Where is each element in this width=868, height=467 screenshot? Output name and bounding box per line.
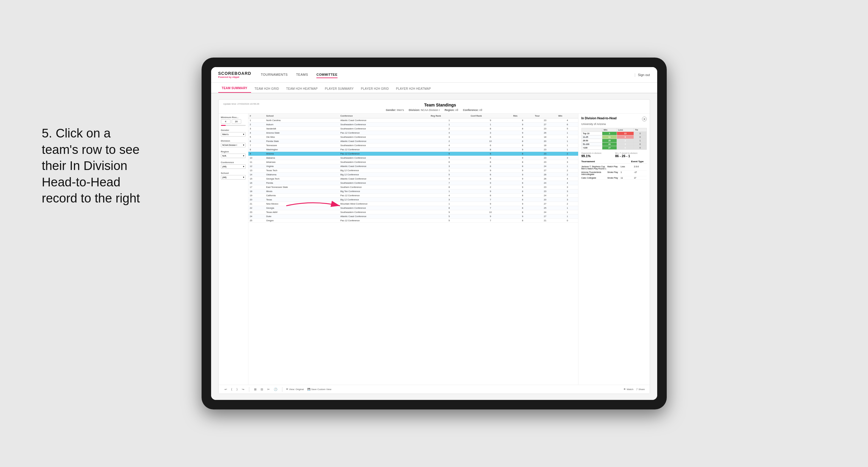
tournament-row: Cabo Collegiate Stroke Play 11 17: [582, 176, 647, 180]
division-label: Division: NCAA Division I: [409, 108, 440, 112]
logo-area: SCOREBOARD Powered by clippd: [218, 71, 251, 79]
filter-region: Region N/A ▾: [221, 150, 246, 158]
toolbar-divider-1: [249, 387, 249, 392]
h2h-range-row: Top 10 3 13 0: [582, 132, 647, 135]
table-row[interactable]: 10 Alabama Southeastern Conference 5 8 9…: [248, 156, 578, 160]
h2h-loss-header: Loss: [617, 128, 634, 132]
tournament-row: Arizona Thunderbirds Intercollegiate Str…: [582, 170, 647, 176]
h2h-opponents-stat: Opponents in division: 99.1%: [582, 152, 613, 158]
h2h-record-stat: W-L-T record in-division: 86 - 26 - 1: [615, 152, 647, 158]
division-select[interactable]: NCAA Division I ▾: [221, 143, 246, 147]
region-select[interactable]: N/A ▾: [221, 154, 246, 158]
region-label: Region: All: [444, 108, 458, 112]
update-time: Update time: 27/03/2024 16:56:26: [223, 102, 259, 105]
logo-subtitle: Powered by clippd: [218, 76, 251, 79]
table-row[interactable]: 3 Vanderbilt Southeastern Conference 2 8…: [248, 127, 578, 131]
table-row[interactable]: 1 North Carolina Atlantic Coast Conferen…: [248, 118, 578, 123]
h2h-range-row: 11-25 11 8 0: [582, 135, 647, 139]
table-row[interactable]: 4 Arizona State Pac-12 Conference 4 3 9 …: [248, 131, 578, 135]
table-row[interactable]: 11 Arkansas Southeastern Conference 6 8 …: [248, 160, 578, 164]
table-row[interactable]: 2 Auburn Southeastern Conference 1 1 9 2…: [248, 123, 578, 127]
nav-tournaments[interactable]: TOURNAMENTS: [261, 71, 288, 78]
school-select[interactable]: (All) ▾: [221, 175, 246, 180]
eye-icon: 👁: [286, 388, 288, 391]
watch-button[interactable]: 👁 Watch: [623, 388, 633, 391]
tournament-row: Jackson T. Stephens Cup Men's Match-Play…: [582, 165, 647, 170]
table-row[interactable]: 18 Illinois Big Ten Conference 1 9 8 23 …: [248, 189, 578, 193]
conference-select[interactable]: (All) ▾: [221, 164, 246, 169]
table-row[interactable]: 5 Ole Miss Southeastern Conference 3 6 8…: [248, 135, 578, 139]
save-icon: 💾: [307, 388, 310, 391]
table-row[interactable]: 15 Georgia Tech Atlantic Coast Conferenc…: [248, 177, 578, 181]
share-icon: ⤴: [636, 388, 638, 391]
subnav-player-h2h-heatmap[interactable]: PLAYER H2H HEATMAP: [393, 85, 434, 93]
subnav-team-h2h-grid[interactable]: TEAM H2H GRID: [251, 85, 283, 93]
h2h-range-row: >100 27 0 0: [582, 146, 647, 150]
col-num: #: [248, 114, 265, 118]
table-row[interactable]: 13 Texas Tech Big 12 Conference 1 9 9 27…: [248, 168, 578, 173]
clock-button[interactable]: 🕐: [273, 387, 279, 392]
table-row[interactable]: 12 Virginia Atlantic Coast Conference 3 …: [248, 164, 578, 168]
h2h-tournaments-title: Tournament Event Type: [582, 160, 647, 164]
col-rds: Rds: [512, 114, 533, 118]
filter-min-rounds: Minimum Rou... 4 20: [221, 116, 246, 126]
max-rounds-input[interactable]: 20: [232, 119, 241, 124]
h2h-panel: In Division Head-to-Head ✕ University of…: [578, 114, 650, 385]
h2h-ranges-table: Win Loss Tie Top 10 3 13 0 11-25 11 8 0: [582, 128, 647, 150]
h2h-win-header: Win: [602, 128, 617, 132]
min-rounds-input[interactable]: 4: [221, 119, 230, 124]
table-row[interactable]: 25 Oregon Pac-12 Conference 5 7 8 21 0: [248, 219, 578, 223]
copy-button[interactable]: ⊞: [253, 387, 258, 392]
save-custom-view-button[interactable]: 💾 Save Custom View: [307, 388, 331, 391]
subnav-player-h2h-grid[interactable]: PLAYER H2H GRID: [357, 85, 393, 93]
sign-out-button[interactable]: Sign out: [638, 73, 650, 76]
table-row[interactable]: 20 Texas Big 12 Conference 3 7 8 20 3: [248, 198, 578, 202]
share-button[interactable]: ⤴ Share: [636, 388, 645, 391]
table-row[interactable]: 14 Oklahoma Big 12 Conference 5 8 9 26 2: [248, 173, 578, 177]
h2h-tournaments-list: Jackson T. Stephens Cup Men's Match-Play…: [582, 165, 647, 180]
filter-school: School (All) ▾: [221, 172, 246, 180]
nav-committee[interactable]: COMMITTEE: [316, 71, 338, 78]
main-content: Update time: 27/03/2024 16:56:26 Team St…: [211, 93, 657, 400]
subnav-team-h2h-heatmap[interactable]: TEAM H2H HEATMAP: [283, 85, 321, 93]
standings-table: # School Conference Reg Rank Conf Rank R…: [248, 114, 578, 223]
table-row[interactable]: 6 Florida State Atlantic Coast Conferenc…: [248, 139, 578, 144]
table-row[interactable]: 22 Georgia Southeastern Conference 8 7 8…: [248, 206, 578, 210]
paste-button[interactable]: ⊟: [259, 387, 264, 392]
table-row[interactable]: 23 Texas A&M Southeastern Conference 9 1…: [248, 210, 578, 214]
subnav-team-summary[interactable]: TEAM SUMMARY: [218, 84, 251, 93]
cut-button[interactable]: ✂: [266, 387, 271, 392]
nav-teams[interactable]: TEAMS: [296, 71, 308, 78]
step-back-button[interactable]: ⟨: [230, 387, 234, 392]
undo-button[interactable]: ↩: [223, 387, 228, 392]
col-conf-rank: Conf Rank: [469, 114, 512, 118]
table-row[interactable]: 21 New Mexico Mountain West Conference 1…: [248, 202, 578, 206]
table-row[interactable]: 7 Tennessee Southeastern Conference 4 6 …: [248, 144, 578, 148]
card-title: Team Standings: [259, 102, 621, 107]
view-original-button[interactable]: 👁 View: Original: [286, 388, 304, 391]
table-row[interactable]: 9 Arizona Pac-12 Conference 5 8 8 23 2: [248, 152, 578, 156]
table-row[interactable]: 17 East Tennessee State Southern Confere…: [248, 185, 578, 189]
h2h-range-row: 51-100 20 3 0: [582, 143, 647, 146]
standings-table-area: # School Conference Reg Rank Conf Rank R…: [248, 114, 578, 385]
col-conference: Conference: [339, 114, 429, 118]
table-row[interactable]: 16 Florida Southeastern Conference 7 9 8…: [248, 181, 578, 185]
table-row[interactable]: 24 Duke Atlantic Coast Conference 5 9 9 …: [248, 214, 578, 219]
step-forward-button[interactable]: ⟩: [235, 387, 239, 392]
table-row[interactable]: 19 California Pac-12 Conference 4 8 8 24…: [248, 193, 578, 198]
table-row[interactable]: 8 Washington Pac-12 Conference 2 8 9 23 …: [248, 148, 578, 152]
logo-title: SCOREBOARD: [218, 71, 251, 76]
content-card: Update time: 27/03/2024 16:56:26 Team St…: [218, 99, 650, 394]
h2h-stats: Opponents in division: 99.1% W-L-T recor…: [582, 152, 647, 158]
sub-nav: TEAM SUMMARY TEAM H2H GRID TEAM H2H HEAT…: [211, 83, 657, 93]
gender-label: Gender: Men's: [386, 108, 404, 112]
redo-button[interactable]: ↪: [241, 387, 245, 392]
h2h-close-button[interactable]: ✕: [642, 117, 647, 121]
filters-panel: Minimum Rou... 4 20 Gender Men's ▾: [219, 114, 248, 385]
tablet-screen: SCOREBOARD Powered by clippd TOURNAMENTS…: [211, 67, 657, 400]
h2h-range-row: 26-50 25 2 1: [582, 139, 647, 143]
top-nav: SCOREBOARD Powered by clippd TOURNAMENTS…: [211, 67, 657, 83]
annotation-container: 5. Click on a team's row to see their In…: [42, 125, 149, 207]
gender-select[interactable]: Men's ▾: [221, 132, 246, 136]
subnav-player-summary[interactable]: PLAYER SUMMARY: [321, 85, 358, 93]
